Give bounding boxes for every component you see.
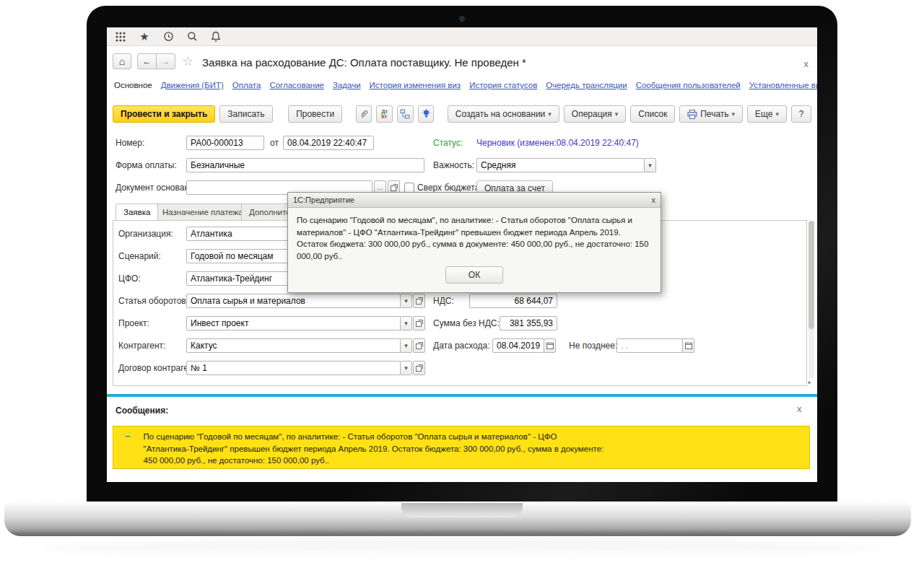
tab-zayavka[interactable]: Заявка	[116, 203, 158, 220]
caret-down-icon: ▾	[648, 162, 652, 169]
contractor-open-button[interactable]	[413, 338, 425, 353]
over-budget-checkbox[interactable]	[404, 183, 414, 193]
messages-divider	[107, 394, 817, 397]
favorites-star-icon[interactable]: ★	[138, 30, 151, 43]
lamp-icon	[422, 109, 431, 119]
tab-naznachenie-platezha[interactable]: Назначение платежа	[154, 203, 251, 220]
status-label: Статус:	[433, 136, 463, 150]
list-button[interactable]: Список	[630, 105, 675, 123]
cfo-label: ЦФО:	[118, 271, 141, 286]
nav-tab-dvizheniya-bit[interactable]: Движения (БИТ)	[161, 81, 224, 89]
caret-down-icon: ▾	[404, 364, 408, 372]
caret-down-icon: ▾	[404, 342, 408, 349]
vat-label: НДС:	[433, 294, 454, 308]
dt-kt-postings-button[interactable]: ДтКт	[376, 105, 393, 123]
not-later-label: Не позднее:	[569, 338, 617, 353]
project-open-button[interactable]	[413, 316, 425, 330]
back-button[interactable]: ←	[137, 53, 157, 69]
app-toolbar: ★	[107, 27, 817, 46]
from-label: от	[270, 136, 279, 150]
vertical-scrollbar-thumb[interactable]	[808, 221, 814, 329]
turnover-item-input[interactable]	[186, 294, 401, 308]
open-in-window-icon	[416, 364, 423, 372]
nav-tab-istoriya-statusov[interactable]: История статусов	[469, 81, 537, 89]
more-button[interactable]: Еще▾	[747, 105, 787, 123]
print-button[interactable]: Печать▾	[679, 105, 743, 123]
post-button[interactable]: Провести	[288, 105, 342, 123]
dialog-titlebar: 1С:Предприятие x	[288, 193, 661, 208]
nav-tabs: Основное Движения (БИТ) Оплата Согласова…	[114, 81, 811, 89]
contract-input[interactable]	[186, 361, 401, 375]
screen: ★ ⌂ ← → ☆ Заявка на расходование ДС: Опл…	[107, 27, 817, 482]
nav-tab-istoriya-viz[interactable]: История изменения виз	[370, 81, 461, 89]
not-later-input[interactable]	[616, 338, 683, 353]
expense-date-input[interactable]	[492, 338, 544, 353]
nav-tab-soobshcheniya-polzovatelei[interactable]: Сообщения пользователей	[636, 81, 741, 89]
help-button[interactable]: ?	[791, 105, 811, 123]
forward-button[interactable]: →	[156, 53, 175, 69]
expense-date-label: Дата расхода:	[433, 338, 490, 353]
apps-grid-icon[interactable]	[114, 30, 127, 43]
contractor-dropdown-button[interactable]: ▾	[400, 338, 412, 353]
calendar-icon	[685, 342, 692, 349]
contract-dropdown-button[interactable]: ▾	[400, 361, 412, 375]
home-icon: ⌂	[119, 56, 125, 67]
messages-close-button[interactable]: x	[797, 404, 802, 413]
project-label: Проект:	[118, 316, 149, 330]
importance-select[interactable]	[476, 158, 645, 172]
number-input[interactable]	[186, 136, 264, 150]
project-input[interactable]	[186, 316, 401, 330]
importance-dropdown-button[interactable]: ▾	[644, 158, 656, 172]
open-in-window-icon	[416, 297, 423, 305]
document-datetime-input[interactable]	[283, 136, 374, 150]
payment-form-input[interactable]	[186, 158, 424, 172]
collapse-minus-icon[interactable]: −	[125, 431, 131, 442]
printer-icon	[687, 110, 697, 119]
scrollbar-down-arrow[interactable]: ▾	[808, 380, 811, 386]
home-button[interactable]: ⌂	[113, 53, 131, 69]
search-icon[interactable]	[186, 30, 199, 43]
caret-down-icon: ▾	[404, 320, 408, 327]
favorite-star-outline-icon[interactable]: ☆	[182, 53, 193, 69]
nav-tab-zadachi[interactable]: Задачи	[333, 81, 361, 89]
nav-tab-osnovnoe[interactable]: Основное	[114, 81, 152, 89]
dialog-ok-button[interactable]: ОК	[445, 266, 503, 284]
document-structure-button[interactable]	[397, 105, 414, 123]
organization-label: Организация:	[118, 227, 173, 241]
window-close-button[interactable]: x	[804, 59, 809, 69]
notifications-bell-icon[interactable]	[209, 30, 222, 43]
messages-header: Сообщения:	[116, 406, 168, 416]
structure-icon	[400, 109, 410, 119]
turnover-item-open-button[interactable]	[413, 294, 425, 308]
nav-tab-oplata[interactable]: Оплата	[232, 81, 261, 89]
budget-warning-dialog: 1С:Предприятие x По сценарию "Годовой по…	[287, 192, 661, 293]
operation-button[interactable]: Операция▾	[564, 105, 626, 123]
nav-tab-soglasovanie[interactable]: Согласование	[269, 81, 324, 89]
create-based-on-button[interactable]: Создать на основании▾	[448, 105, 559, 123]
expense-date-calendar-button[interactable]	[544, 338, 556, 353]
save-button[interactable]: Записать	[219, 105, 272, 123]
not-later-calendar-button[interactable]	[682, 338, 694, 353]
nav-tab-ustanovlennye-vizy[interactable]: Установленные визы	[749, 81, 817, 89]
dt-kt-icon: ДтКт	[381, 109, 387, 119]
status-value-link[interactable]: Черновик (изменен:08.04.2019 22:40:47)	[476, 136, 639, 150]
dialog-title: 1С:Предприятие	[293, 196, 354, 204]
project-dropdown-button[interactable]: ▾	[400, 316, 412, 330]
caret-down-icon: ▾	[732, 110, 736, 118]
open-in-window-icon	[416, 320, 423, 327]
open-in-window-icon	[416, 342, 423, 349]
vat-input[interactable]	[469, 294, 557, 308]
dialog-message: По сценарию "Годовой по месяцам", по ана…	[288, 208, 661, 263]
open-in-window-icon	[391, 184, 398, 191]
dialog-close-button[interactable]: x	[652, 196, 656, 204]
post-and-close-button[interactable]: Провести и закрыть	[113, 105, 215, 123]
contractor-input[interactable]	[186, 338, 401, 353]
history-clock-icon[interactable]	[162, 30, 175, 43]
hint-lamp-button[interactable]	[418, 105, 435, 123]
importance-label: Важность:	[433, 158, 474, 172]
sum-without-vat-input[interactable]	[500, 316, 557, 330]
nav-tab-ochered-translyacii[interactable]: Очередь трансляции	[546, 81, 627, 89]
attachments-button[interactable]	[356, 105, 372, 123]
turnover-item-dropdown-button[interactable]: ▾	[400, 294, 412, 308]
contract-open-button[interactable]	[413, 361, 425, 375]
